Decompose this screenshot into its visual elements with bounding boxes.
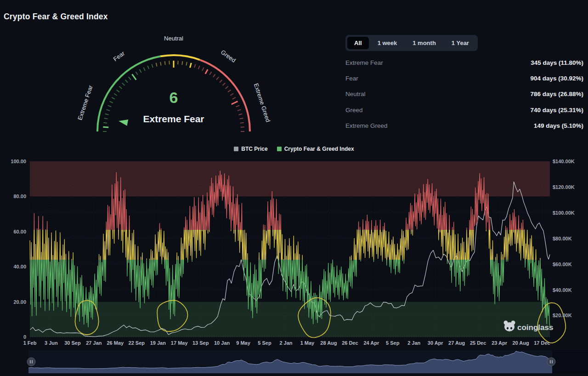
x-axis-label: 17 May bbox=[171, 340, 188, 346]
x-axis-label: 30 Sep bbox=[64, 340, 81, 346]
fear-greed-swatch bbox=[277, 147, 282, 151]
legend-item-fear-greed[interactable]: Crypto Fear & Greed Index bbox=[277, 146, 354, 152]
gauge-status: Extreme Fear bbox=[143, 114, 204, 124]
gauge-tick bbox=[205, 69, 208, 74]
gauge-pointer bbox=[119, 120, 128, 126]
y-left-label: 100.00 bbox=[11, 159, 26, 164]
y-left-label: 60.00 bbox=[13, 229, 26, 234]
gauge-zone-label: Neutral bbox=[164, 35, 183, 42]
tab-1-year[interactable]: 1 Year bbox=[445, 37, 476, 49]
gauge-tick bbox=[112, 97, 115, 99]
gauge-tick bbox=[239, 118, 243, 119]
band-extreme-fear bbox=[30, 302, 550, 337]
gauge-tick bbox=[143, 68, 145, 71]
y-right-label: $140.00K bbox=[553, 159, 575, 164]
fear-greed-line bbox=[30, 230, 540, 260]
chart-legend: BTC Price Crypto Fear & Greed Index bbox=[0, 146, 588, 152]
gauge-tick bbox=[116, 90, 119, 92]
y-left-label: 80.00 bbox=[13, 194, 26, 199]
page-title: Crypto Fear & Greed Index bbox=[4, 12, 108, 22]
y-right-label: $40.00K bbox=[553, 287, 572, 293]
x-axis-label: 1 Feb bbox=[23, 340, 37, 346]
x-axis-label: 26 Dec bbox=[342, 340, 358, 346]
x-axis-label: 2 Jan bbox=[407, 340, 420, 346]
gauge-tick bbox=[232, 101, 238, 104]
legend-item-btc-price[interactable]: BTC Price bbox=[234, 146, 267, 152]
tab-all[interactable]: All bbox=[347, 37, 369, 49]
x-axis-label: 17 Dec bbox=[534, 340, 550, 346]
x-axis-label: 22 Sep bbox=[129, 340, 145, 346]
gauge-tick bbox=[132, 74, 136, 80]
stat-row-extreme-greed: Extreme Greed 149 days (5.10%) bbox=[345, 118, 583, 134]
stat-value: 345 days (11.80%) bbox=[531, 59, 583, 66]
btc-price-swatch bbox=[234, 147, 238, 151]
fear-greed-history-chart[interactable]: coinglass100.0080.0060.0040.0020.000$140… bbox=[0, 142, 588, 375]
gauge-tick bbox=[237, 109, 241, 110]
x-axis-label: 27 Aug bbox=[448, 340, 465, 346]
legend-label: BTC Price bbox=[241, 146, 267, 152]
gauge-tick bbox=[216, 77, 219, 80]
gauge-tick bbox=[220, 80, 222, 83]
navigator[interactable] bbox=[27, 350, 588, 373]
fear-greed-gauge: Extreme FearFearNeutralGreedExtreme Gree… bbox=[68, 30, 279, 142]
gauge-zone-label: Extreme Greed bbox=[253, 82, 272, 123]
gauge-tick bbox=[169, 61, 170, 64]
gauge-tick bbox=[107, 109, 110, 110]
stat-value: 740 days (25.31%) bbox=[530, 107, 583, 114]
gauge-tick bbox=[230, 93, 233, 95]
x-axis-label: 26 May bbox=[107, 340, 124, 346]
time-range-tabs: All 1 week 1 month 1 Year bbox=[345, 35, 478, 51]
y-right-label: $80.00K bbox=[553, 236, 572, 241]
y-right-label: $120.00K bbox=[553, 184, 575, 190]
stat-row-greed: Greed 740 days (25.31%) bbox=[345, 102, 583, 118]
gauge-tick bbox=[165, 61, 165, 65]
gauge-tick bbox=[129, 77, 131, 80]
x-axis-label: 25 Dec bbox=[470, 340, 486, 346]
gauge-zone-labels: Extreme FearFearNeutralGreedExtreme Gree… bbox=[76, 35, 271, 123]
gauge-tick bbox=[110, 101, 113, 103]
gauge-tick bbox=[236, 105, 239, 107]
gauge-tick bbox=[108, 105, 111, 107]
gauge-tick bbox=[194, 64, 195, 68]
gauge-tick bbox=[147, 66, 149, 69]
gauge-tick bbox=[104, 118, 108, 119]
x-axis-label: 28 Aug bbox=[320, 340, 337, 346]
x-axis-label: 1 May bbox=[300, 340, 315, 346]
grip-icon bbox=[30, 360, 31, 364]
stat-label: Neutral bbox=[345, 91, 366, 97]
gauge-tick bbox=[228, 90, 231, 92]
gauge-tick bbox=[114, 93, 117, 95]
gauge-zone-label: Fear bbox=[112, 50, 126, 63]
gauge-zone-label: Greed bbox=[220, 48, 237, 63]
x-axis-label: 24 Apr bbox=[363, 340, 379, 346]
stat-value: 904 days (30.92%) bbox=[530, 75, 583, 82]
y-left-label: 0 bbox=[23, 334, 26, 340]
gauge-tick bbox=[209, 72, 211, 75]
tab-1-month[interactable]: 1 month bbox=[406, 37, 443, 49]
tab-1-week[interactable]: 1 week bbox=[371, 37, 404, 49]
gauge-tick bbox=[103, 127, 108, 127]
stat-row-neutral: Neutral 786 days (26.88%) bbox=[345, 86, 583, 102]
x-axis-label: 23 Apr bbox=[492, 340, 508, 346]
grip-icon bbox=[550, 360, 551, 364]
stat-label: Extreme Greed bbox=[345, 122, 388, 129]
band-extreme-greed bbox=[30, 161, 550, 196]
stat-label: Extreme Fear bbox=[345, 59, 383, 66]
x-axis-label: 27 Jan bbox=[86, 340, 102, 346]
x-axis-label: 9 May bbox=[236, 340, 250, 346]
gauge-zone-label: Extreme Fear bbox=[76, 84, 94, 121]
gauge-tick bbox=[122, 83, 125, 85]
y-right-label: $100.00K bbox=[553, 210, 575, 216]
gauge-tick bbox=[105, 114, 109, 115]
navigator-left-handle[interactable] bbox=[27, 358, 35, 366]
gauge-tick bbox=[119, 86, 122, 89]
x-axis-label: 5 Sep bbox=[258, 340, 271, 346]
gauge-tick bbox=[136, 72, 137, 75]
x-axis-label: 30 Apr bbox=[428, 340, 444, 346]
gauge-value: 6 bbox=[170, 89, 178, 106]
x-axis-label: 10 Jan bbox=[214, 340, 230, 346]
x-axis-label: 20 Aug bbox=[512, 340, 529, 346]
gauge-tick bbox=[182, 61, 182, 65]
navigator-right-handle[interactable] bbox=[547, 358, 555, 366]
stat-value: 786 days (26.88%) bbox=[530, 91, 583, 97]
